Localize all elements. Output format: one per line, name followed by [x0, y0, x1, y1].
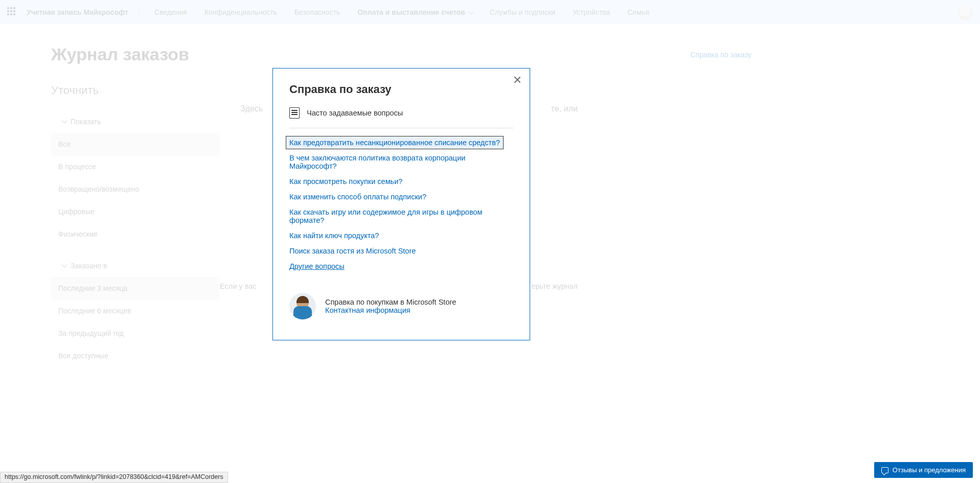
close-icon[interactable] [513, 76, 521, 84]
browser-status-bar: https://go.microsoft.com/fwlink/p/?linki… [0, 472, 228, 483]
feedback-button[interactable]: Отзывы и предложения [874, 462, 973, 478]
modal-title: Справка по заказу [289, 83, 513, 96]
support-agent-icon [289, 293, 316, 319]
store-help-title: Справка по покупкам в Microsoft Store [325, 298, 456, 306]
faq-link-more[interactable]: Другие вопросы [289, 262, 345, 270]
order-help-modal: Справка по заказу Часто задаваемые вопро… [272, 68, 530, 340]
faq-link-guest-order[interactable]: Поиск заказа гостя из Microsoft Store [289, 247, 416, 255]
faq-link-family-purchases[interactable]: Как просмотреть покупки семьи? [289, 177, 402, 186]
faq-link-change-payment[interactable]: Как изменить способ оплаты подписки? [289, 193, 426, 201]
feedback-label: Отзывы и предложения [893, 466, 966, 474]
faq-link-product-key[interactable]: Как найти ключ продукта? [289, 232, 379, 240]
faq-link-refund-policy[interactable]: В чем заключаются политика возврата корп… [289, 154, 513, 170]
faq-link-download-game[interactable]: Как скачать игру или содержимое для игры… [289, 208, 513, 224]
faq-link-unauthorized-charges[interactable]: Как предотвратить несанкционированное сп… [286, 136, 503, 149]
chat-icon [881, 467, 888, 473]
document-icon [289, 107, 300, 119]
faq-heading: Часто задаваемые вопросы [307, 109, 403, 117]
store-contact-link[interactable]: Контактная информация [325, 306, 411, 314]
